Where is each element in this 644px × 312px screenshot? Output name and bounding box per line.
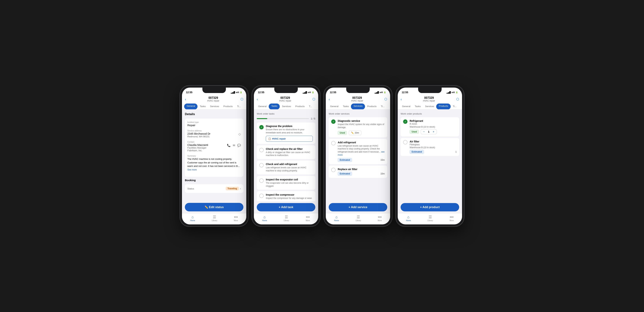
service-check-1[interactable] <box>331 141 336 145</box>
product-check-1[interactable] <box>403 140 408 144</box>
header-title: 007329 <box>279 96 291 100</box>
product-check-0[interactable]: ✓ <box>403 119 408 124</box>
tab-products[interactable]: Products <box>221 103 235 109</box>
status-time: 12:55 <box>258 91 264 94</box>
edit-status-button[interactable]: ✏️ Edit status <box>185 203 244 211</box>
nav-item-home[interactable]: ⌂ Home <box>406 215 411 222</box>
status-time: 12:55 <box>186 91 192 94</box>
tab-general[interactable]: General <box>400 103 412 109</box>
tab-services[interactable]: Services <box>423 103 436 109</box>
header-center: 007329 HVAC repair <box>351 96 363 102</box>
tab-tasks[interactable]: Tasks <box>340 103 351 109</box>
tab-products[interactable]: Products <box>293 103 307 109</box>
phone-screen-general: 12:55 ▂▄█ wifi 🔋 ‹ 007329 HVAC repair ⬡ … <box>182 88 246 224</box>
qty-decrease-0[interactable]: − <box>422 130 425 133</box>
service-check-2[interactable] <box>331 168 336 172</box>
time-edit-btn-0[interactable]: ✏️ 20m <box>349 130 361 135</box>
mail-icon[interactable]: ✉ <box>233 144 235 147</box>
tab-products[interactable]: Products <box>365 103 378 109</box>
tab-general[interactable]: General <box>328 103 340 109</box>
status-chevron[interactable]: › <box>240 187 241 190</box>
qty-increase-0[interactable]: + <box>432 130 435 133</box>
product-item-0: ✓ Refrigerant R-410A Warehouse B (10 in … <box>400 117 459 136</box>
nav-label-library: Library <box>284 220 289 222</box>
back-button[interactable]: ‹ <box>400 97 402 101</box>
tab-services[interactable]: Services <box>280 103 293 109</box>
header-title: 007329 <box>351 96 363 100</box>
tab-ti[interactable]: Ti... <box>451 103 459 109</box>
phone-frame-tasks: 12:55 ▂▄█ wifi 🔋 ‹ 007329 HVAC repair ⬡ … <box>252 85 320 227</box>
see-more-link[interactable]: See more <box>188 169 197 171</box>
service-meta-2: Estimated 15m <box>338 172 385 176</box>
tab-services[interactable]: Services <box>351 103 365 109</box>
product-body-1: Air filter Fiberglass Warehouse B (10 in… <box>410 140 456 154</box>
tab-tasks[interactable]: Tasks <box>198 103 208 109</box>
nav-item-library[interactable]: ☰ Library <box>428 215 433 222</box>
tab-general[interactable]: General <box>256 103 269 109</box>
add-service-button[interactable]: + Add service <box>329 203 387 211</box>
nav-item-more[interactable]: ••• More <box>234 215 238 222</box>
task-check-4[interactable] <box>259 194 264 198</box>
task-link-0[interactable]: 📋HVAC repair <box>266 136 313 142</box>
bottom-action: + Add task <box>254 201 318 213</box>
see-more-1[interactable]: see more <box>338 150 384 156</box>
task-desc-0: Ensure there are no obstructions in your… <box>266 128 313 134</box>
tab-tasks[interactable]: Tasks <box>269 103 280 109</box>
content-area: Work order products ✓ Refrigerant R-410A… <box>398 109 462 201</box>
service-check-0[interactable]: ✓ <box>331 119 336 124</box>
booking-title: Booking <box>185 179 244 182</box>
header-title: 007329 <box>207 96 219 100</box>
incident-type-value: Repair <box>188 124 241 127</box>
nav-item-more[interactable]: ••• More <box>378 215 382 222</box>
nav-item-library[interactable]: ☰ Library <box>356 215 361 222</box>
header-center: 007329 HVAC repair <box>207 96 219 102</box>
nav-item-home[interactable]: ⌂ Home <box>262 215 267 222</box>
contact-field: Contact Claudia Mazzanti Facilities Mana… <box>188 141 241 152</box>
task-check-0[interactable]: ✓ <box>259 125 264 129</box>
service-meta-1: Estimated 15m <box>338 158 385 162</box>
task-check-3[interactable] <box>259 179 264 183</box>
add-product-button[interactable]: + Add product <box>400 203 459 211</box>
chat-icon[interactable]: 💬 <box>237 144 241 147</box>
task-check-2[interactable] <box>259 163 264 168</box>
tab-products[interactable]: Products <box>436 103 450 109</box>
nav-label-library: Library <box>428 220 433 222</box>
service-address-field: Service address 2345 Birchwood Dr Redmon… <box>188 129 241 138</box>
nav-icon-library: ☰ <box>213 215 216 219</box>
nav-item-library[interactable]: ☰ Library <box>212 215 218 222</box>
nav-icon-more: ••• <box>306 215 310 219</box>
map-icon[interactable]: ◇ <box>238 132 241 136</box>
task-check-1[interactable] <box>259 148 264 152</box>
nav-item-library[interactable]: ☰ Library <box>284 215 289 222</box>
nav-item-more[interactable]: ••• More <box>306 215 310 222</box>
header: ‹ 007329 HVAC repair ⬡ <box>254 96 318 103</box>
nav-item-home[interactable]: ⌂ Home <box>190 215 195 222</box>
share-button[interactable]: ⬡ <box>456 97 459 101</box>
task-desc-1: A dirty or clogged air filter can cause … <box>266 151 313 157</box>
product-sub1-0: R-410A <box>410 123 456 125</box>
incident-type-label: Incident type <box>188 121 241 123</box>
tab-tasks[interactable]: Tasks <box>412 103 423 109</box>
nav-item-home[interactable]: ⌂ Home <box>334 215 339 222</box>
back-button[interactable]: ‹ <box>185 97 186 101</box>
header-subtitle: HVAC repair <box>279 100 291 102</box>
tab-t[interactable]: T... <box>307 103 314 109</box>
service-meta-0: Used ✏️ 20m <box>338 130 385 135</box>
pencil-icon-0: ✏️ <box>351 131 354 134</box>
share-button[interactable]: ⬡ <box>384 97 387 101</box>
task-item-4: Inspect the compressor Inspect the compr… <box>257 191 315 201</box>
share-button[interactable]: ⬡ <box>312 97 315 101</box>
tab-general[interactable]: General <box>184 103 198 109</box>
nav-item-more[interactable]: ••• More <box>450 215 454 222</box>
tab-ti[interactable]: Ti... <box>235 103 243 109</box>
tab-ti[interactable]: Ti... <box>379 103 387 109</box>
back-button[interactable]: ‹ <box>329 97 330 101</box>
service-title-1: Add refrigerant <box>338 141 385 144</box>
status-time: 12:55 <box>402 91 408 94</box>
tab-services[interactable]: Services <box>208 103 221 109</box>
phone-icon[interactable]: 📞 <box>227 144 230 147</box>
product-title-1: Air filter <box>410 140 456 143</box>
back-button[interactable]: ‹ <box>257 97 258 101</box>
add-task-button[interactable]: + Add task <box>257 203 315 211</box>
share-button[interactable]: ⬡ <box>240 97 244 101</box>
